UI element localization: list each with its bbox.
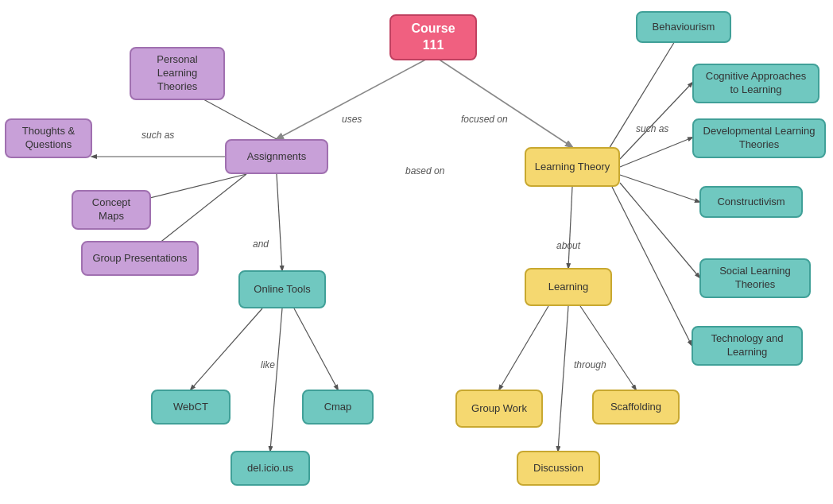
edge-label-7: about bbox=[556, 240, 580, 251]
node-personal_learning: Personal Learning Theories bbox=[130, 47, 225, 100]
edge-label-4: and bbox=[253, 238, 269, 250]
node-developmental: Developmental Learning Theories bbox=[692, 118, 826, 158]
node-learning_theory: Learning Theory bbox=[525, 147, 620, 187]
node-cognitive: Cognitive Approaches to Learning bbox=[692, 64, 819, 103]
svg-line-13 bbox=[558, 306, 568, 451]
edge-label-2: such as bbox=[141, 130, 174, 141]
node-online_tools: Online Tools bbox=[238, 270, 326, 308]
node-group_work: Group Work bbox=[455, 390, 543, 428]
node-thoughts_questions: Thoughts & Questions bbox=[5, 118, 92, 158]
svg-line-12 bbox=[580, 306, 636, 390]
svg-line-7 bbox=[191, 308, 262, 390]
svg-line-14 bbox=[604, 27, 684, 157]
svg-line-11 bbox=[499, 306, 548, 390]
node-group_presentations: Group Presentations bbox=[81, 241, 199, 276]
node-webct: WebCT bbox=[151, 390, 231, 425]
svg-line-16 bbox=[620, 138, 692, 167]
node-course: Course 111 bbox=[389, 14, 477, 60]
edge-label-8: through bbox=[574, 359, 606, 370]
svg-line-15 bbox=[620, 83, 692, 159]
svg-line-0 bbox=[277, 56, 433, 139]
mindmap-canvas: Course 111AssignmentsLearning TheoryPers… bbox=[0, 0, 833, 504]
node-scaffolding: Scaffolding bbox=[592, 390, 680, 425]
node-delicious: del.icio.us bbox=[231, 451, 310, 486]
node-social_learning: Social Learning Theories bbox=[699, 258, 811, 298]
node-discussion: Discussion bbox=[517, 451, 600, 486]
node-technology_learning: Technology and Learning bbox=[692, 326, 803, 366]
edge-label-5: like bbox=[261, 359, 275, 370]
edge-label-1: focused on bbox=[461, 114, 508, 125]
node-concept_maps: Concept Maps bbox=[72, 190, 151, 230]
node-cmap: Cmap bbox=[302, 390, 374, 425]
node-learning: Learning bbox=[525, 268, 612, 306]
svg-line-8 bbox=[294, 308, 338, 390]
edge-label-6: such as bbox=[636, 123, 668, 134]
svg-line-17 bbox=[620, 175, 699, 202]
node-constructivism: Constructivism bbox=[699, 186, 803, 218]
svg-line-18 bbox=[620, 183, 699, 277]
svg-line-1 bbox=[433, 56, 572, 147]
svg-line-19 bbox=[612, 187, 692, 345]
node-behaviourism: Behaviourism bbox=[636, 11, 731, 43]
edge-label-3: based on bbox=[405, 165, 444, 176]
svg-line-9 bbox=[270, 308, 282, 451]
svg-line-10 bbox=[568, 187, 572, 268]
svg-line-6 bbox=[277, 174, 282, 270]
edge-label-0: uses bbox=[342, 114, 362, 125]
node-assignments: Assignments bbox=[225, 139, 328, 174]
